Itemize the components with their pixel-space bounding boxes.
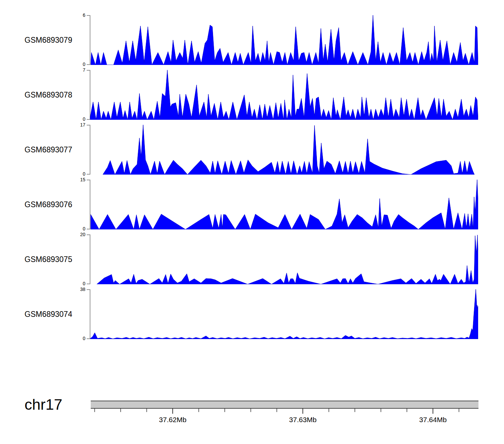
track-row-5: GSM6893075 20 0 — [0, 234, 504, 284]
track-row-3: GSM6893077 17 0 — [0, 125, 504, 175]
y-axis-zero-label: 0 — [74, 281, 85, 286]
y-axis-bottom-tick — [87, 174, 90, 175]
track-label: GSM6893079 — [25, 36, 85, 44]
y-axis-zero-label: 0 — [74, 336, 85, 341]
y-axis-zero-label: 0 — [74, 62, 85, 67]
track-label: GSM6893076 — [25, 200, 85, 209]
y-axis-bottom-tick — [87, 338, 90, 339]
y-axis-max-label: 17 — [74, 122, 85, 127]
coordinate-tick-label: 37.63Mb — [289, 416, 317, 423]
coverage-area-plot — [90, 180, 478, 229]
coverage-area-plot — [90, 234, 478, 284]
y-axis-top-tick — [87, 125, 90, 125]
track-label: GSM6893075 — [25, 255, 85, 264]
y-axis-top-tick — [87, 15, 90, 16]
y-axis-bottom-tick — [87, 229, 90, 229]
y-axis-top-tick — [87, 180, 90, 180]
y-axis-max-label: 7 — [74, 67, 85, 73]
chromosome-ideogram-bar — [91, 401, 478, 409]
track-label: GSM6893077 — [25, 145, 85, 154]
y-axis-bottom-tick — [87, 64, 90, 65]
track-row-6: GSM6893074 38 0 — [0, 289, 504, 339]
genome-browser-figure: GSM6893079 6 0 GSM6893078 7 0 GSM6893077… — [0, 0, 504, 444]
y-axis-top-tick — [87, 70, 90, 71]
coordinate-tick-label: 37.62Mb — [159, 416, 186, 423]
coverage-area-plot — [90, 15, 478, 65]
genome-coordinate-ruler: 37.62Mb37.63Mb37.64Mb — [0, 409, 504, 432]
track-row-1: GSM6893079 6 0 — [0, 15, 504, 65]
y-axis-top-tick — [87, 234, 90, 235]
y-axis-zero-label: 0 — [74, 171, 85, 177]
y-axis-bottom-tick — [87, 119, 90, 120]
y-axis-max-label: 20 — [74, 232, 85, 237]
coverage-area-plot — [90, 70, 478, 120]
y-axis-bottom-tick — [87, 284, 90, 284]
track-label: GSM6893074 — [25, 310, 85, 319]
track-row-4: GSM6893076 15 0 — [0, 180, 504, 229]
y-axis-max-label: 38 — [74, 287, 85, 292]
coordinate-tick-label: 37.64Mb — [419, 416, 447, 423]
y-axis-zero-label: 0 — [74, 226, 85, 231]
track-row-2: GSM6893078 7 0 — [0, 70, 504, 120]
y-axis-max-label: 6 — [74, 12, 85, 18]
y-axis-zero-label: 0 — [74, 116, 85, 122]
y-axis-top-tick — [87, 289, 90, 290]
track-label: GSM6893078 — [25, 90, 85, 99]
y-axis-max-label: 15 — [74, 177, 85, 182]
coverage-area-plot — [90, 289, 478, 339]
coverage-area-plot — [90, 125, 478, 175]
